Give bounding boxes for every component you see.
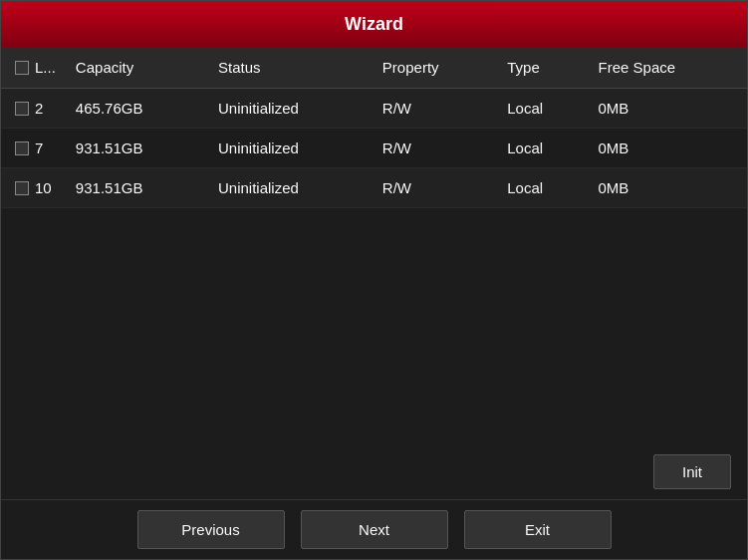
cell-type-7: Local — [497, 129, 588, 168]
previous-button[interactable]: Previous — [137, 510, 285, 549]
cell-status-7: Uninitialized — [208, 129, 373, 168]
content-area: L... Capacity Status Property Type Free … — [1, 47, 747, 499]
select-all-checkbox[interactable] — [15, 61, 29, 75]
dialog-title: Wizard — [345, 14, 403, 35]
table-body: 2 465.76GB Uninitialized R/W Local 0MB 7… — [1, 89, 747, 208]
title-bar: Wizard — [1, 1, 747, 47]
next-button[interactable]: Next — [301, 510, 448, 549]
cell-type-2: Local — [497, 89, 588, 129]
init-area: Init — [1, 444, 747, 499]
cell-label-2: 2 — [1, 89, 66, 129]
cell-freespace-7: 0MB — [589, 129, 747, 168]
cell-freespace-10: 0MB — [589, 168, 747, 208]
exit-button[interactable]: Exit — [464, 510, 612, 549]
table-header-row: L... Capacity Status Property Type Free … — [1, 47, 747, 89]
cell-status-10: Uninitialized — [208, 168, 373, 208]
cell-capacity-10: 931.51GB — [66, 168, 208, 208]
cell-capacity-7: 931.51GB — [66, 129, 208, 168]
col-header-freespace: Free Space — [589, 47, 747, 89]
col-header-capacity: Capacity — [66, 47, 208, 89]
row-checkbox-2[interactable] — [15, 102, 29, 116]
init-button[interactable]: Init — [653, 454, 731, 489]
cell-property-7: R/W — [373, 129, 497, 168]
col-header-property: Property — [373, 47, 497, 89]
disk-table-container: L... Capacity Status Property Type Free … — [1, 47, 747, 444]
cell-property-2: R/W — [373, 89, 497, 129]
col-header-type: Type — [497, 47, 588, 89]
table-row: 2 465.76GB Uninitialized R/W Local 0MB — [1, 89, 747, 129]
cell-label-7: 7 — [1, 129, 66, 168]
cell-property-10: R/W — [373, 168, 497, 208]
cell-type-10: Local — [497, 168, 588, 208]
table-row: 7 931.51GB Uninitialized R/W Local 0MB — [1, 129, 747, 168]
cell-capacity-2: 465.76GB — [66, 89, 208, 129]
row-checkbox-10[interactable] — [15, 181, 29, 195]
col-header-label: L... — [1, 47, 66, 89]
footer: Previous Next Exit — [1, 499, 747, 559]
cell-freespace-2: 0MB — [589, 89, 747, 129]
cell-status-2: Uninitialized — [208, 89, 373, 129]
disk-table: L... Capacity Status Property Type Free … — [1, 47, 747, 208]
wizard-dialog: Wizard L... Capacity Status Property — [0, 0, 748, 560]
row-checkbox-7[interactable] — [15, 141, 29, 155]
col-header-status: Status — [208, 47, 373, 89]
cell-label-10: 10 — [1, 168, 66, 208]
table-row: 10 931.51GB Uninitialized R/W Local 0MB — [1, 168, 747, 208]
